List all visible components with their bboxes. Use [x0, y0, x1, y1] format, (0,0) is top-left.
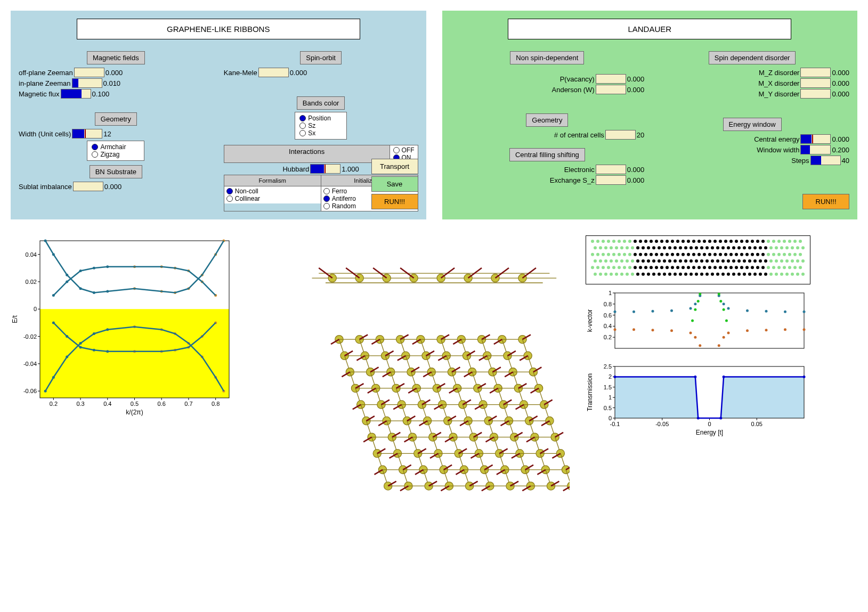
svg-point-663 [729, 266, 733, 269]
run-button[interactable]: RUN!!! [371, 194, 418, 209]
svg-point-617 [700, 259, 703, 263]
bandscolor-position[interactable]: Position [299, 115, 342, 122]
svg-point-633 [785, 259, 789, 263]
mx-slider[interactable] [800, 78, 831, 88]
svg-point-731 [670, 309, 673, 312]
hubbard-slider[interactable] [310, 164, 340, 174]
svg-point-754 [784, 328, 786, 331]
pvac-slider[interactable] [596, 74, 626, 84]
svg-point-752 [746, 329, 749, 332]
formalism-noncoll[interactable]: Non-coll [226, 187, 319, 195]
transport-button[interactable]: Transport [371, 159, 418, 174]
svg-point-622 [727, 259, 730, 263]
svg-point-510 [767, 240, 770, 243]
landauer-run-button[interactable]: RUN!!! [802, 194, 849, 209]
svg-point-690 [663, 273, 666, 276]
svg-point-554 [791, 246, 794, 249]
svg-point-496 [692, 240, 695, 243]
svg-point-608 [652, 259, 655, 263]
svg-point-688 [652, 273, 655, 276]
svg-point-741 [803, 311, 806, 313]
bandscolor-sx[interactable]: Sx [299, 129, 342, 137]
bandscolor-sz[interactable]: Sz [299, 122, 342, 129]
svg-point-740 [784, 311, 786, 313]
svg-point-760 [718, 293, 720, 296]
elec-val: 0.000 [627, 166, 645, 174]
svg-point-488 [650, 240, 653, 243]
geometry-header: Geometry [95, 112, 137, 126]
radio-dot-icon [226, 195, 233, 202]
save-button[interactable]: Save [371, 176, 418, 192]
kane-slider[interactable] [258, 68, 289, 77]
steps-val: 40 [842, 157, 849, 165]
cells-slider[interactable] [605, 130, 636, 140]
flux-slider[interactable] [61, 89, 91, 99]
width-slider[interactable] [72, 129, 102, 138]
svg-text:2.5: 2.5 [604, 363, 612, 370]
svg-point-750 [723, 336, 725, 339]
my-val: 0.000 [832, 90, 849, 98]
in-plane-slider[interactable] [72, 78, 102, 88]
svg-point-661 [719, 266, 722, 269]
svg-point-512 [777, 240, 781, 243]
edge-armchair[interactable]: Armchair [92, 143, 140, 151]
svg-point-603 [626, 259, 629, 263]
svg-point-532 [674, 246, 677, 249]
svg-point-707 [753, 273, 757, 276]
steps-slider[interactable] [810, 156, 841, 165]
off-plane-slider[interactable] [74, 68, 104, 77]
svg-text:0.04: 0.04 [26, 251, 37, 258]
svg-point-506 [745, 240, 749, 243]
svg-text:Energy [t]: Energy [t] [696, 429, 723, 436]
svg-point-673 [783, 266, 786, 269]
landauer-left-col: Non spin-dependent P(vacancy) 0.000 Ande… [450, 49, 645, 186]
svg-text:0.7: 0.7 [184, 401, 192, 407]
sublat-slider[interactable] [73, 182, 103, 191]
svg-point-635 [796, 259, 799, 263]
radio-dot-icon [299, 130, 306, 136]
svg-point-486 [639, 240, 642, 243]
landauer-buttons: RUN!!! [802, 192, 849, 211]
svg-text:0.6: 0.6 [158, 401, 166, 407]
mz-val: 0.000 [832, 69, 849, 77]
elec-slider[interactable] [596, 165, 626, 174]
edge-radio-group: Armchair Zigzag [87, 141, 144, 161]
ce-slider[interactable] [800, 134, 831, 144]
svg-line-92 [400, 268, 413, 278]
svg-point-755 [803, 328, 806, 331]
ww-slider[interactable] [800, 145, 831, 154]
svg-point-638 [596, 266, 599, 269]
svg-point-645 [634, 266, 637, 269]
mz-slider[interactable] [800, 68, 831, 77]
svg-point-495 [687, 240, 690, 243]
svg-point-758 [697, 300, 700, 303]
svg-point-738 [746, 309, 749, 312]
svg-point-477 [591, 240, 594, 243]
svg-point-482 [618, 240, 621, 243]
ribbon-geometry-plot [586, 235, 810, 284]
svg-point-527 [647, 246, 650, 249]
svg-point-483 [623, 240, 626, 243]
svg-point-557 [591, 253, 594, 256]
formalism-collinear[interactable]: Collinear [226, 195, 319, 202]
off-plane-val: 0.000 [106, 69, 123, 77]
svg-point-756 [691, 320, 694, 322]
energy-header: Energy window [723, 118, 782, 131]
svg-text:k-vector: k-vector [586, 309, 594, 332]
svg-point-658 [703, 266, 706, 269]
cells-val: 20 [637, 131, 644, 139]
svg-point-618 [705, 259, 709, 263]
svg-point-607 [647, 259, 650, 263]
my-slider[interactable] [800, 89, 831, 99]
svg-point-491 [666, 240, 669, 243]
exch-slider[interactable] [596, 175, 626, 185]
edge-zigzag[interactable]: Zigzag [92, 151, 140, 158]
svg-point-623 [732, 259, 735, 263]
svg-point-523 [626, 246, 629, 249]
svg-point-497 [697, 240, 701, 243]
svg-point-539 [711, 246, 714, 249]
interactions-off[interactable]: OFF [393, 146, 415, 154]
svg-point-567 [644, 253, 647, 256]
svg-point-659 [708, 266, 711, 269]
anderson-slider[interactable] [596, 85, 626, 94]
